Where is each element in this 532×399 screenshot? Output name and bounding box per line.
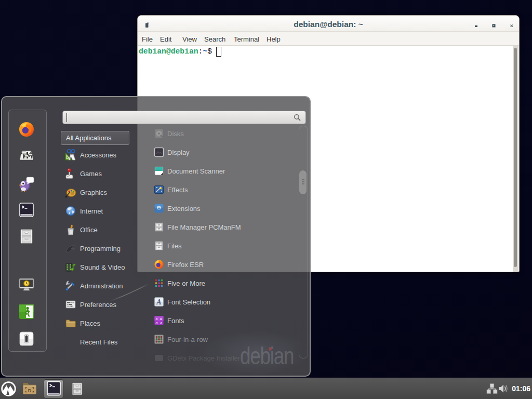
svg-text:A: A (156, 298, 161, 306)
svg-text:D: D (28, 388, 32, 393)
svg-text:a: a (156, 321, 158, 325)
svg-text:a: a (160, 321, 162, 325)
